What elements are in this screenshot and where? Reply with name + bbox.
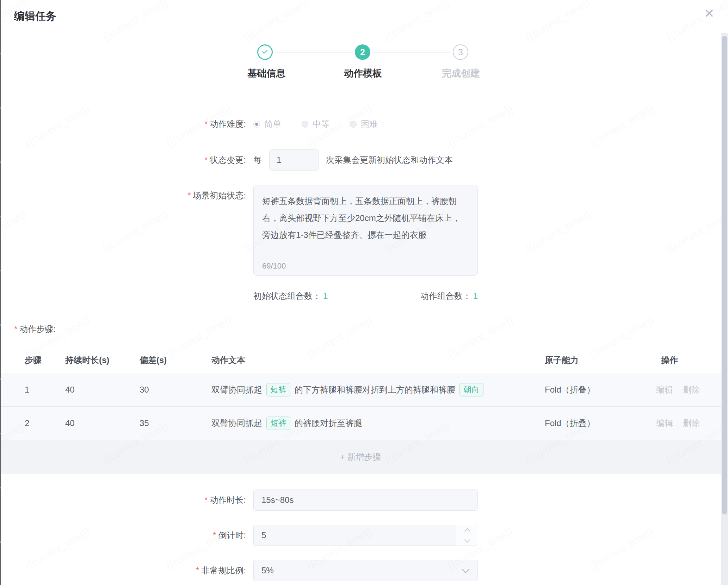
state-change-input[interactable]: 1 xyxy=(269,149,319,171)
duration-input[interactable]: 15s~80s xyxy=(253,489,478,511)
col-ops: 操作 xyxy=(661,347,678,373)
scene-initial-label: *场景初始状态: xyxy=(106,185,246,206)
radio-icon xyxy=(350,121,357,128)
cell-duration: 40 xyxy=(65,407,75,440)
unusual-ratio-select[interactable]: 5% xyxy=(253,560,478,581)
col-text: 动作文本 xyxy=(211,347,245,373)
chevron-down-icon xyxy=(464,537,470,543)
steps-table-header: 步骤 持续时长(s) 偏差(s) 动作文本 原子能力 操作 xyxy=(0,347,721,373)
number-spinner xyxy=(456,525,477,546)
edit-task-dialog: {{current_time}}{{current_time}}{{curren… xyxy=(0,0,728,585)
unusual-ratio-value: 5% xyxy=(261,566,274,575)
char-counter: 69/100 xyxy=(262,261,286,271)
state-change-prefix: 每 xyxy=(253,149,262,171)
countdown-value: 5 xyxy=(261,530,266,540)
cell-action-text: 双臂协同抓起 短裤 的裤腰对折至裤腿 xyxy=(211,407,362,440)
cell-deviation: 30 xyxy=(140,373,149,406)
object-tag: 短裤 xyxy=(266,383,290,396)
required-asterisk: * xyxy=(14,324,17,334)
cell-step: 2 xyxy=(25,407,29,440)
radio-option-easy[interactable]: 简单 xyxy=(253,113,281,135)
difficulty-label: *动作难度: xyxy=(106,113,246,135)
cell-step: 1 xyxy=(25,373,29,406)
difficulty-radio-group: 简单 中等 困难 xyxy=(253,113,378,135)
col-ability: 原子能力 xyxy=(545,347,579,373)
delete-link[interactable]: 删除 xyxy=(683,418,700,428)
radio-label: 困难 xyxy=(361,113,378,135)
orientation-tag: 朝向 xyxy=(459,383,483,396)
combo-counts-row: 初始状态组合数：1 动作组合数：1 xyxy=(253,285,478,307)
cell-ops: 编辑删除 xyxy=(656,407,710,440)
step-1-label: 基础信息 xyxy=(228,67,305,80)
radio-option-hard[interactable]: 困难 xyxy=(350,113,378,135)
col-deviation: 偏差(s) xyxy=(140,347,167,373)
edit-link[interactable]: 编辑 xyxy=(656,385,673,394)
step-3-circle: 3 xyxy=(453,44,468,60)
col-step: 步骤 xyxy=(25,347,42,373)
radio-icon xyxy=(302,121,308,128)
edit-link[interactable]: 编辑 xyxy=(656,418,673,428)
required-asterisk: * xyxy=(204,119,208,129)
cell-deviation: 35 xyxy=(140,407,149,440)
required-asterisk: * xyxy=(187,191,191,200)
chevron-up-icon xyxy=(464,528,470,534)
unusual-ratio-label: *非常规比例: xyxy=(106,560,246,581)
required-asterisk: * xyxy=(213,530,216,540)
action-combos: 动作组合数：1 xyxy=(420,285,478,307)
step-2-label: 动作模板 xyxy=(324,67,402,80)
step-3-label: 完成创建 xyxy=(422,67,500,80)
dialog-title: 编辑任务 xyxy=(14,9,56,24)
cell-action-text: 双臂协同抓起 短裤 的下方裤腿和裤腰对折到上方的裤腿和裤腰 朝向 xyxy=(211,373,483,406)
step-2-circle: 2 xyxy=(355,44,370,60)
step-1-circle xyxy=(257,44,273,60)
close-icon[interactable]: × xyxy=(704,5,714,21)
table-row: 1 40 30 双臂协同抓起 短裤 的下方裤腿和裤腰对折到上方的裤腿和裤腰 朝向… xyxy=(0,373,721,406)
cell-duration: 40 xyxy=(65,373,75,406)
required-asterisk: * xyxy=(204,495,208,505)
radio-icon xyxy=(253,121,260,128)
initial-state-combo-value[interactable]: 1 xyxy=(323,291,328,301)
duration-label: *动作时长: xyxy=(106,489,246,511)
col-duration: 持续时长(s) xyxy=(65,347,109,373)
dialog-header: 编辑任务 × xyxy=(0,0,728,33)
window-left-edge xyxy=(0,0,1,585)
state-change-suffix: 次采集会更新初始状态和动作文本 xyxy=(326,149,453,171)
cell-ability: Fold（折叠） xyxy=(545,407,595,440)
add-step-button[interactable]: + 新增步骤 xyxy=(0,440,721,474)
state-change-label: *状态变更: xyxy=(106,149,246,171)
scrollbar-thumb[interactable] xyxy=(722,36,727,515)
action-combo-value[interactable]: 1 xyxy=(473,291,478,301)
step-3-number: 3 xyxy=(458,47,463,57)
decrement-button[interactable] xyxy=(456,535,478,546)
stepper-connector-2 xyxy=(373,52,451,53)
radio-option-medium[interactable]: 中等 xyxy=(302,113,329,135)
radio-label: 简单 xyxy=(264,113,281,135)
delete-link[interactable]: 删除 xyxy=(683,385,700,394)
table-row: 2 40 35 双臂协同抓起 短裤 的裤腰对折至裤腿 Fold（折叠） 编辑删除 xyxy=(0,406,721,440)
required-asterisk: * xyxy=(204,155,208,165)
increment-button[interactable] xyxy=(456,525,478,535)
radio-label: 中等 xyxy=(313,113,329,135)
countdown-input[interactable]: 5 xyxy=(253,525,478,546)
check-icon xyxy=(261,47,269,57)
stepper-connector-1 xyxy=(276,52,353,53)
object-tag: 短裤 xyxy=(266,417,290,430)
scrollbar-track[interactable] xyxy=(721,33,728,585)
chevron-down-icon xyxy=(462,566,469,573)
required-asterisk: * xyxy=(196,566,199,575)
scene-initial-textarea[interactable]: 短裤五条数据背面朝上，五条数据正面朝上，裤腰朝右，离头部视野下方至少20cm之外… xyxy=(253,185,478,276)
action-steps-label: *动作步骤: xyxy=(14,319,56,340)
cell-ability: Fold（折叠） xyxy=(545,373,595,406)
textarea-value: 短裤五条数据背面朝上，五条数据正面朝上，裤腰朝右，离头部视野下方至少20cm之外… xyxy=(262,193,463,244)
step-2-number: 2 xyxy=(360,47,365,57)
cell-ops: 编辑删除 xyxy=(656,373,710,406)
initial-state-combos: 初始状态组合数：1 xyxy=(253,285,328,307)
countdown-label: *倒计时: xyxy=(106,525,246,546)
